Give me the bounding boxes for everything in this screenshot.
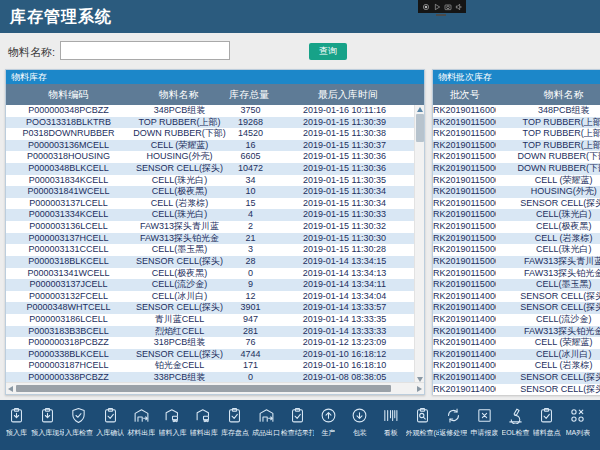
table-row[interactable]: P000031334KCELLCELL(珠光白)42019-01-15 11:3… [6, 209, 424, 221]
cell: 2019-01-14 13:34:04 [273, 291, 416, 303]
table-row[interactable]: RK2019011500007CELL(珠光白) [433, 209, 600, 221]
snapshot-icon[interactable] [444, 3, 452, 11]
table-row[interactable]: P000003131CCELLCELL(墨玉黑)32019-01-15 11:3… [6, 244, 424, 256]
table-row[interactable]: RK2019011400005CELL (岩浆棕) [433, 360, 600, 372]
table-row[interactable]: RK2019011400013CELL (荣耀蓝) [433, 337, 600, 349]
table-row[interactable]: RK2019011500012CELL(墨玉黑) [433, 279, 600, 291]
overlay-handle[interactable] [436, 14, 446, 16]
table-row[interactable]: RK2019011400011CELL(流沙金) [433, 314, 600, 326]
speaker-icon[interactable] [455, 3, 463, 11]
column-header[interactable]: 批次号 [433, 88, 496, 102]
screen-recorder-overlay[interactable] [418, 0, 466, 13]
toolbar-item-8[interactable]: 库存盘点 [219, 400, 250, 450]
table-row[interactable]: P000003132FCELLCELL(冰川白)122019-01-14 13:… [6, 291, 424, 303]
toolbar-item-16[interactable]: 申请报废 [469, 400, 500, 450]
table-row[interactable]: P000031834KCELLCELL(珠光白)342019-01-15 11:… [6, 175, 424, 187]
column-header[interactable]: 物料名称 [496, 88, 600, 102]
toolbar-item-3[interactable]: 入库检查 [63, 400, 94, 450]
table-row[interactable]: RK2019011500011FAW313探头铂光金 [433, 268, 600, 280]
cell: FAW313探头铂光金 [496, 268, 600, 280]
table-row[interactable]: P000003186LCELL青川蓝CELL9472019-01-14 13:3… [6, 314, 424, 326]
table-row[interactable]: RK2019011500004CELL (荣耀蓝) [433, 175, 600, 187]
scrollbar-thumb[interactable] [16, 385, 391, 392]
scroll-left-icon[interactable] [8, 386, 13, 392]
toolbar-item-17[interactable]: EOL检查 [500, 400, 531, 450]
batch-inventory-panel: 物料批次库存 批次号物料名称 RK2019011600001348PCB组装RK… [432, 69, 600, 395]
table-row[interactable]: P000003137LCELLCELL (岩浆棕)152019-01-15 11… [6, 198, 424, 210]
scroll-right-icon[interactable] [417, 386, 422, 392]
toolbar-item-7[interactable]: 辅料出库 [188, 400, 219, 450]
record-icon[interactable] [422, 3, 430, 11]
table-row[interactable]: RK2019011400012FAW313探头铂光金 [433, 326, 600, 338]
toolbar-item-1[interactable]: 预入库 [1, 400, 32, 450]
play-icon[interactable] [433, 3, 441, 11]
toolbar-item-15[interactable]: 返修处理 [438, 400, 469, 450]
table-row[interactable]: P000000348PCBZZ348PCB组装37502019-01-16 10… [6, 105, 424, 117]
table-row[interactable]: P000000318PCBZZ318PCB组装762019-01-12 13:2… [6, 337, 424, 349]
column-header[interactable]: 物料名称 [130, 88, 227, 102]
cell: 34 [228, 175, 273, 187]
cell: RK2019011600001 [433, 105, 496, 117]
table-row[interactable]: RK2019011600001348PCB组装 [433, 105, 600, 117]
table-row[interactable]: RK2019011500006CELL(极夜黑) [433, 221, 600, 233]
toolbar-item-14[interactable]: 外观检查(出货 [406, 400, 437, 450]
query-button[interactable]: 查询 [309, 43, 347, 60]
table-row[interactable]: RK2019011500009CELL(珠光白) [433, 244, 600, 256]
column-header[interactable]: 库存总量 [227, 88, 272, 102]
toolbar-item-4[interactable]: 入库确认 [95, 400, 126, 450]
table-row[interactable]: POO313318BLKTRBTOP RUBBER(上部)192682019-0… [6, 117, 424, 129]
table-row[interactable]: RK2019011500001TOP RUBBER(上部) [433, 128, 600, 140]
table-row[interactable]: RK2019011500001TOP RUBBER(上部) [433, 117, 600, 129]
cell: RK2019011400004 [433, 384, 496, 396]
table-row[interactable]: RK2019011500008CELL (岩浆棕) [433, 233, 600, 245]
toolbar-item-18[interactable]: 辅料盘点 [531, 400, 562, 450]
table-row[interactable]: P000031341WCELLCELL(极夜黑)02019-01-14 13:3… [6, 268, 424, 280]
material-name-input[interactable] [60, 41, 230, 60]
shield-check-icon [70, 407, 87, 424]
table-row[interactable]: P000003137HCELLFAW313探头铂光金212019-01-15 1… [6, 233, 424, 245]
cell: 2019-01-14 13:33:57 [273, 302, 416, 314]
table-row[interactable]: RK2019011500002DOWN RUBBER(下部) [433, 151, 600, 163]
table-row[interactable]: P0000318BLKCELLSENSOR CELL(探头)282019-01-… [6, 256, 424, 268]
vertical-scrollbar[interactable] [414, 105, 424, 384]
table-row[interactable]: RK2019011500005SENSOR CELL(探头) [433, 198, 600, 210]
table-row[interactable]: RK2019011400004SENSOR CELL(探头) [433, 372, 600, 384]
table-row[interactable]: P000003187HCELL铂光金CELL1712019-01-10 16:1… [6, 360, 424, 372]
toolbar-item-9[interactable]: 成品出口 [251, 400, 282, 450]
table-row[interactable]: P000003136LCELLFAW313探头青川蓝22019-01-15 11… [6, 221, 424, 233]
table-row[interactable]: P000031841WCELLCELL(极夜黑)102019-01-15 11:… [6, 186, 424, 198]
table-row[interactable]: P0000348WHTCELLSENSOR CELL(探头)39012019-0… [6, 302, 424, 314]
scroll-up-icon[interactable] [417, 107, 423, 112]
toolbar-item-12[interactable]: 包装 [344, 400, 375, 450]
toolbar-item-2[interactable]: 预入库现场 [32, 400, 63, 450]
table-row[interactable]: RK2019011500002DOWN RUBBER(下部) [433, 163, 600, 175]
table-row[interactable]: P0000318HOUSINGHOUSING(外壳)66052019-01-15… [6, 151, 424, 163]
toolbar-item-13[interactable]: 看板 [375, 400, 406, 450]
table-row[interactable]: P0000348BLKCELLSENSOR CELL(探头)104722019-… [6, 163, 424, 175]
cell: 76 [228, 337, 273, 349]
table-row[interactable]: RK2019011400004SENSOR CELL(探头) [433, 384, 600, 396]
toolbar-item-11[interactable]: 生产 [313, 400, 344, 450]
table-row[interactable]: RK2019011500010FAW313探头青川蓝 [433, 256, 600, 268]
scrollbar-thumb[interactable] [416, 114, 424, 142]
toolbar-item-6[interactable]: 辅料入库 [157, 400, 188, 450]
table-row[interactable]: P0318DOWNRUBBERDOWN RUBBER(下部)145202019-… [6, 128, 424, 140]
horizontal-scrollbar[interactable] [6, 382, 424, 394]
table-row[interactable]: P0003183B3BCELL烈焰红CELL2812019-01-14 13:3… [6, 326, 424, 338]
toolbar-item-19[interactable]: MA列表 [562, 400, 593, 450]
table-row[interactable]: RK2019011500001TOP RUBBER(上部) [433, 140, 600, 152]
table-row[interactable]: RK2019011400009SENSOR CELL(探头) [433, 291, 600, 303]
toolbar-item-10[interactable]: 检查结果打印 [282, 400, 313, 450]
toolbar-item-5[interactable]: 材料出库 [126, 400, 157, 450]
table-row[interactable]: P0000338BLKCELLSENSOR CELL(探头)47442019-0… [6, 349, 424, 361]
table-row[interactable]: RK2019011500003HOUSING(外壳) [433, 186, 600, 198]
cell: P000003136LCELL [6, 221, 131, 233]
table-row[interactable]: RK2019011400009SENSOR CELL(探头) [433, 302, 600, 314]
table-row[interactable]: P000003136MCELLCELL (荣耀蓝)162019-01-15 11… [6, 140, 424, 152]
column-header[interactable]: 物料编码 [6, 88, 130, 102]
table-row[interactable]: RK2019011400007CELL(冰川白) [433, 349, 600, 361]
toolbar-item-20[interactable]: 产品 [594, 400, 600, 450]
cell: P000003187HCELL [6, 360, 131, 372]
table-row[interactable]: P000003137JCELLCELL(流沙金)92019-01-14 13:3… [6, 279, 424, 291]
column-header[interactable]: 最后入库时间 [272, 88, 424, 102]
